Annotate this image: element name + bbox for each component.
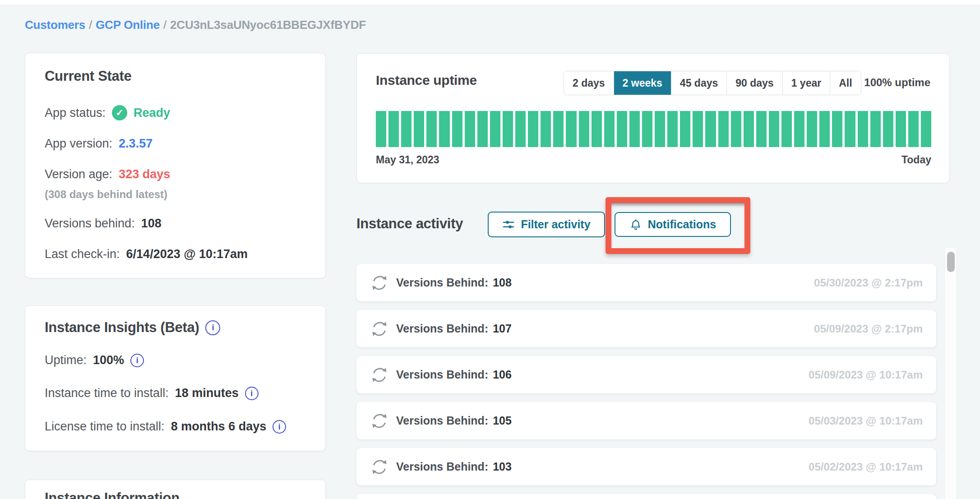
license-install-row: License time to install: 8 months 6 days… <box>45 420 286 434</box>
breadcrumb-link-customers[interactable]: Customers <box>25 18 85 32</box>
uptime-label: Uptime: <box>45 353 87 367</box>
uptime-bar <box>731 111 741 147</box>
activity-value: 107 <box>493 322 512 335</box>
uptime-bar <box>781 111 792 147</box>
instance-information-card: Instance Information <box>25 480 326 499</box>
activity-value: 106 <box>493 368 512 381</box>
app-version-value[interactable]: 2.3.57 <box>119 137 153 151</box>
info-icon[interactable]: i <box>245 387 259 400</box>
uptime-bar <box>528 111 538 147</box>
app-status-label: App status: <box>45 106 106 120</box>
uptime-bar <box>655 111 665 147</box>
uptime-bar <box>515 111 526 147</box>
info-icon[interactable]: i <box>273 420 286 434</box>
uptime-bar <box>807 111 817 147</box>
version-age-value: 323 days <box>119 167 170 181</box>
uptime-bar <box>401 111 411 147</box>
activity-timestamp: 05/30/2023 @ 2:17pm <box>814 277 923 289</box>
range-button-90-days[interactable]: 90 days <box>726 71 782 95</box>
info-icon[interactable]: i <box>130 354 144 367</box>
uptime-bar <box>439 111 449 147</box>
version-age-label: Version age: <box>45 167 112 181</box>
uptime-bar <box>642 111 652 147</box>
activity-value: 105 <box>493 414 512 427</box>
uptime-row: Uptime: 100% i <box>45 353 144 367</box>
scrollbar-track[interactable] <box>944 248 957 499</box>
uptime-bar <box>617 111 627 147</box>
license-install-value: 8 months 6 days <box>171 420 267 434</box>
scrollbar-thumb[interactable] <box>947 252 955 272</box>
uptime-bar <box>426 111 437 147</box>
uptime-bar <box>921 111 931 147</box>
range-button-1-year[interactable]: 1 year <box>782 71 830 95</box>
info-icon[interactable]: i <box>205 320 220 335</box>
range-button-2-days[interactable]: 2 days <box>564 71 614 95</box>
uptime-bar <box>414 111 424 147</box>
filter-activity-label: Filter activity <box>521 218 590 231</box>
uptime-bar <box>592 111 602 147</box>
range-button-45-days[interactable]: 45 days <box>671 71 726 95</box>
activity-value: 103 <box>493 460 512 473</box>
activity-timestamp: 05/09/2023 @ 2:17pm <box>814 323 923 335</box>
breadcrumb-link-customer-name[interactable]: GCP Online <box>96 18 160 32</box>
license-install-label: License time to install: <box>45 420 165 434</box>
check-circle-icon: ✓ <box>112 105 127 120</box>
instance-insights-card: Instance Insights (Beta) i Uptime: 100% … <box>25 305 326 451</box>
uptime-bar <box>566 111 576 147</box>
instance-activity-list: Versions Behind: 108 05/30/2023 @ 2:17pm… <box>356 264 936 499</box>
activity-label: Versions Behind: <box>396 368 488 381</box>
instance-insights-title: Instance Insights (Beta) <box>45 319 199 336</box>
sync-icon <box>370 411 389 430</box>
uptime-date-labels: May 31, 2023 Today <box>376 154 931 166</box>
instance-detail-page: Customers/GCP Online/2CU3nL3saUNyoc61BBE… <box>0 0 980 499</box>
uptime-bar <box>579 111 589 147</box>
last-checkin-value: 6/14/2023 @ 10:17am <box>126 247 248 261</box>
version-age-note: (308 days behind latest) <box>45 188 167 201</box>
instance-information-title: Instance Information <box>45 490 180 499</box>
instance-insights-title-row: Instance Insights (Beta) i <box>45 319 220 336</box>
activity-row-partial <box>356 494 936 499</box>
uptime-bar <box>744 111 754 147</box>
activity-timestamp: 05/09/2023 @ 10:17am <box>809 369 923 381</box>
version-age-row: Version age: 323 days <box>45 167 170 181</box>
uptime-bar <box>883 111 893 147</box>
current-state-card: Current State App status: ✓ Ready App ve… <box>25 53 326 278</box>
uptime-bar <box>490 111 500 147</box>
uptime-bar <box>541 111 551 147</box>
instance-uptime-card: Instance uptime 2 days 2 weeks 45 days 9… <box>356 53 950 183</box>
uptime-end-date: Today <box>901 154 931 166</box>
sync-icon <box>370 365 389 384</box>
activity-row: Versions Behind: 108 05/30/2023 @ 2:17pm <box>356 264 936 301</box>
app-version-row: App version: 2.3.57 <box>45 137 153 151</box>
uptime-bar <box>388 111 399 147</box>
versions-behind-value: 108 <box>141 217 162 231</box>
instance-uptime-title: Instance uptime <box>376 73 477 88</box>
uptime-value: 100% <box>93 353 124 367</box>
filter-activity-button[interactable]: Filter activity <box>488 212 605 237</box>
uptime-bar <box>604 111 615 147</box>
uptime-bar <box>756 111 767 147</box>
instance-install-value: 18 minutes <box>175 386 239 400</box>
range-button-all[interactable]: All <box>830 71 860 95</box>
notifications-button[interactable]: Notifications <box>615 212 731 237</box>
app-status-value: Ready <box>134 106 170 120</box>
uptime-bar <box>845 111 855 147</box>
uptime-bar <box>452 111 462 147</box>
uptime-range-selector: 2 days 2 weeks 45 days 90 days 1 year Al… <box>564 71 861 95</box>
uptime-bar <box>376 111 386 147</box>
uptime-bar <box>553 111 564 147</box>
uptime-bar <box>680 111 690 147</box>
range-button-2-weeks[interactable]: 2 weeks <box>614 71 671 95</box>
versions-behind-label: Versions behind: <box>45 217 135 231</box>
breadcrumb-instance-id: 2CU3nL3saUNyoc61BBEGJXfBYDF <box>170 18 366 32</box>
top-strip <box>0 0 980 5</box>
app-status-row: App status: ✓ Ready <box>45 105 170 120</box>
uptime-bar <box>693 111 703 147</box>
sync-icon <box>370 457 389 476</box>
uptime-bar <box>465 111 475 147</box>
breadcrumb: Customers/GCP Online/2CU3nL3saUNyoc61BBE… <box>25 18 366 32</box>
breadcrumb-separator: / <box>89 18 92 32</box>
uptime-bar <box>896 111 906 147</box>
activity-label: Versions Behind: <box>396 276 488 289</box>
activity-row: Versions Behind: 105 05/03/2023 @ 10:17a… <box>356 402 936 439</box>
